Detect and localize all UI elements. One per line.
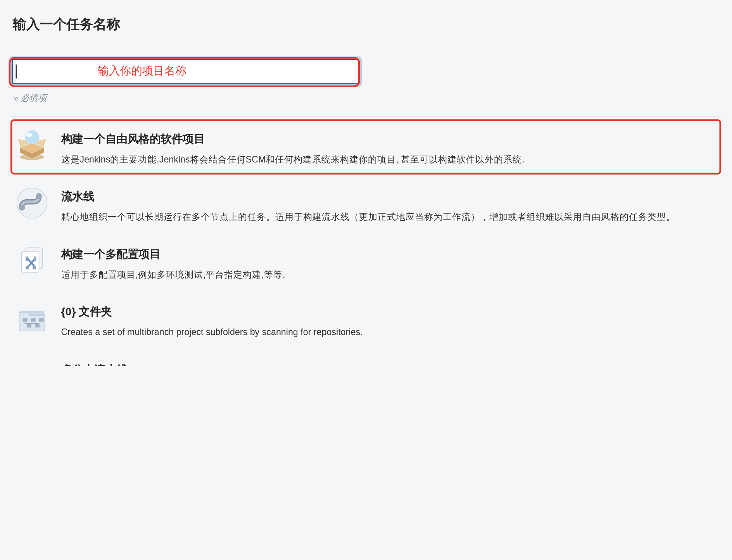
section-divider <box>10 116 721 117</box>
org-folder-icon <box>16 302 48 335</box>
option-pipeline[interactable]: 流水线 精心地组织一个可以长期运行在多个节点上的任务。适用于构建流水线（更加正式… <box>10 177 721 232</box>
option-desc: 精心地组织一个可以长期运行在多个节点上的任务。适用于构建流水线（更加正式地应当称… <box>61 209 716 225</box>
svg-rect-17 <box>27 324 31 328</box>
option-desc: Creates a set of multibranch project sub… <box>61 324 716 340</box>
option-title: 构建一个多配置项目 <box>61 247 716 262</box>
freestyle-project-icon <box>16 129 48 162</box>
svg-point-2 <box>26 133 32 137</box>
item-name-row: 输入你的项目名称 <box>10 59 362 85</box>
option-title: 多分支流水线 <box>61 362 716 366</box>
svg-point-1 <box>25 130 39 144</box>
multibranch-icon <box>16 360 48 366</box>
svg-point-4 <box>19 205 25 211</box>
option-multibranch[interactable]: 多分支流水线 根据一个SCM仓库中检测到的分支创建一系列流水线。 <box>10 350 721 366</box>
svg-rect-15 <box>31 318 36 322</box>
required-hint: » 必填项 <box>14 93 721 104</box>
svg-rect-13 <box>33 266 36 270</box>
svg-rect-18 <box>35 324 40 328</box>
required-hint-text: 必填项 <box>21 93 47 104</box>
svg-point-5 <box>36 193 42 199</box>
svg-rect-12 <box>26 266 29 270</box>
option-title: 流水线 <box>61 189 716 204</box>
svg-rect-10 <box>26 257 28 261</box>
svg-rect-16 <box>39 318 44 322</box>
text-caret <box>16 65 17 79</box>
option-freestyle-project[interactable]: 构建一个自由风格的软件项目 这是Jenkins的主要功能.Jenkins将会结合… <box>10 119 721 175</box>
page-title: 输入一个任务名称 <box>13 15 719 33</box>
option-org-folder[interactable]: {0} 文件夹 Creates a set of multibranch pro… <box>10 292 721 348</box>
multiconfig-icon <box>16 244 48 277</box>
option-title: {0} 文件夹 <box>61 304 716 320</box>
option-desc: 这是Jenkins的主要功能.Jenkins将会结合任何SCM和任何构建系统来构… <box>61 151 716 167</box>
chevron-double-right-icon: » <box>14 94 17 103</box>
option-title: 构建一个自由风格的软件项目 <box>61 131 716 147</box>
option-multiconfig[interactable]: 构建一个多配置项目 适用于多配置项目,例如多环境测试,平台指定构建,等等. <box>10 235 721 290</box>
svg-rect-14 <box>23 318 28 322</box>
svg-rect-11 <box>34 257 36 261</box>
annotation-box-input <box>9 57 360 87</box>
pipeline-icon <box>16 187 48 220</box>
option-desc: 适用于多配置项目,例如多环境测试,平台指定构建,等等. <box>61 266 716 282</box>
